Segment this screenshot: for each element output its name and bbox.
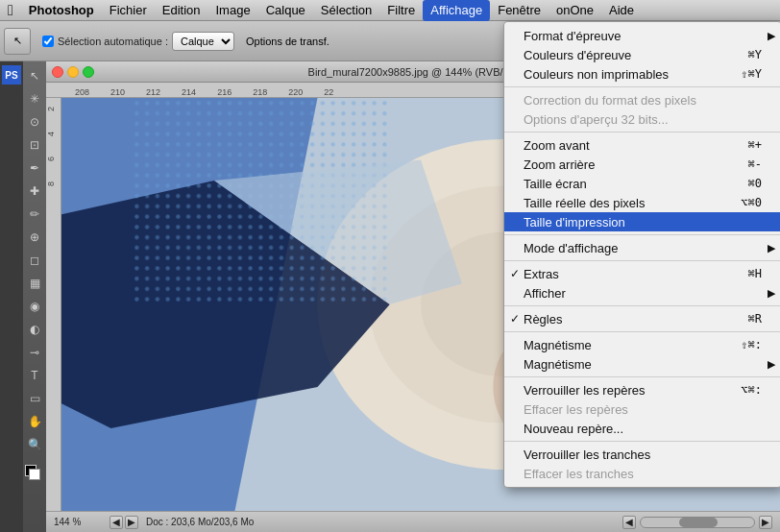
menu-item-taille-reelle[interactable]: Taille réelle des pixels⌥⌘0 <box>504 193 780 212</box>
maximize-button[interactable] <box>83 66 94 78</box>
tool-lasso[interactable]: ⊙ <box>24 111 45 133</box>
heal-icon: ✚ <box>30 184 39 198</box>
tool-zoom[interactable]: 🔍 <box>24 434 45 455</box>
tool-crop[interactable]: ⊡ <box>24 134 45 156</box>
ruler-mark: 218 <box>253 87 267 97</box>
ruler-mark: 220 <box>288 87 303 97</box>
next-page-button[interactable]: ▶ <box>125 516 138 529</box>
ruler-v-mark: 8 <box>46 177 61 186</box>
menu-item-label: Taille écran <box>524 177 587 191</box>
zoom-level: 144 % <box>54 517 102 527</box>
layer-type-select[interactable]: Calque <box>172 32 234 51</box>
menu-item-extras[interactable]: ✓Extras⌘H <box>504 264 780 283</box>
tool-heal[interactable]: ✚ <box>24 181 45 202</box>
canvas-title: Bird_mural7200x9885.jpg @ 144% (RVB/8#) <box>308 66 519 78</box>
prev-page-button[interactable]: ◀ <box>110 516 123 529</box>
menu-item-nouveau-repere[interactable]: Nouveau repère... <box>504 419 780 438</box>
menu-item-verrouiller-reperes[interactable]: Verrouiller les repères⌥⌘: <box>504 380 780 399</box>
menu-item-label: Mode d'affichage <box>524 241 618 255</box>
menu-item-magnetisme1[interactable]: Magnétisme⇧⌘: <box>504 335 780 354</box>
tool-eyedropper[interactable]: ✒ <box>24 157 45 179</box>
tool-path[interactable]: ⊸ <box>24 342 45 363</box>
menubar-photoshop[interactable]: Photoshop <box>21 0 102 21</box>
menu-item-shortcut: ⌘R <box>748 312 762 326</box>
menu-item-label: Verrouiller les repères <box>524 383 645 398</box>
selection-auto-group: Sélection automatique : Calque Options d… <box>42 32 329 51</box>
ruler-vertical: 2 4 6 8 <box>46 98 61 511</box>
tool-clone[interactable]: ⊕ <box>24 227 45 248</box>
menu-separator <box>504 305 780 306</box>
close-button[interactable] <box>52 66 63 78</box>
menu-item-magnetisme2[interactable]: Magnétisme▶ <box>504 354 780 374</box>
menu-item-options-apercu: Options d'aperçu 32 bits... <box>504 109 780 129</box>
menubar-edition[interactable]: Edition <box>155 0 208 21</box>
menu-separator <box>504 234 780 235</box>
menu-item-taille-ecran[interactable]: Taille écran⌘0 <box>504 174 780 193</box>
ruler-mark: 208 <box>75 87 89 97</box>
menubar-fenetre[interactable]: Fenêtre <box>490 0 548 21</box>
menu-item-shortcut: ⌘H <box>748 267 762 280</box>
menubar-filtre[interactable]: Filtre <box>379 0 423 21</box>
tool-text[interactable]: T <box>24 365 45 386</box>
menu-item-mode-affichage[interactable]: Mode d'affichage▶ <box>504 238 780 257</box>
menu-item-couleurs-non-imprimables[interactable]: Couleurs non imprimables⇧⌘Y <box>504 64 780 84</box>
selection-auto-label: Sélection automatique : <box>58 36 168 47</box>
zoom-icon: 🔍 <box>28 438 42 451</box>
ruler-v-mark: 2 <box>46 102 61 111</box>
ruler-mark: 216 <box>217 87 232 97</box>
menu-item-afficher[interactable]: Afficher▶ <box>504 283 780 302</box>
menubar-fichier[interactable]: Fichier <box>102 0 155 21</box>
selection-auto-checkbox[interactable] <box>42 36 54 47</box>
apple-menu[interactable]:  <box>0 0 21 21</box>
tool-shape[interactable]: ▭ <box>24 388 45 409</box>
tool-blur[interactable]: ◉ <box>24 296 45 317</box>
menu-item-label: Couleurs d'épreuve <box>524 48 631 62</box>
tool-hand[interactable]: ✋ <box>24 411 45 432</box>
eyedropper-icon: ✒ <box>30 161 39 175</box>
menu-separator <box>504 441 780 442</box>
menu-item-label: Effacer les repères <box>524 402 628 417</box>
text-icon: T <box>31 369 37 382</box>
menu-item-verrouiller-tranches[interactable]: Verrouiller les tranches <box>504 445 780 464</box>
ruler-mark: 210 <box>110 87 125 97</box>
tool-brush[interactable]: ✏ <box>24 204 45 225</box>
tool-magic-wand[interactable]: ✳ <box>24 88 45 109</box>
menu-item-format-epreuve[interactable]: Format d'épreuve▶ <box>504 26 780 45</box>
doc-info: Doc : 203,6 Mo/203,6 Mo <box>146 517 615 527</box>
submenu-arrow-icon: ▶ <box>768 358 775 371</box>
menu-item-label: Règles <box>524 312 562 326</box>
move-tool-button[interactable]: ↖ <box>4 28 31 55</box>
menu-item-shortcut: ⌥⌘: <box>741 383 762 397</box>
check-mark: ✓ <box>510 267 520 280</box>
menubar-onone[interactable]: onOne <box>548 0 601 21</box>
ruler-marks-h: 208 210 212 214 216 218 220 22 <box>75 87 333 97</box>
tool-eraser[interactable]: ◻ <box>24 250 45 271</box>
menubar-calque[interactable]: Calque <box>258 0 313 21</box>
menu-item-zoom-arriere[interactable]: Zoom arrière⌘- <box>504 155 780 174</box>
menu-item-label: Magnétisme <box>524 357 592 372</box>
menu-item-regles[interactable]: ✓Règles⌘R <box>504 309 780 328</box>
color-swatch-group[interactable] <box>25 465 44 480</box>
menu-item-taille-impression[interactable]: Taille d'impression <box>504 212 780 231</box>
menu-separator <box>504 260 780 261</box>
tool-dodge[interactable]: ◐ <box>24 319 45 340</box>
scroll-left-button[interactable]: ◀ <box>622 516 636 529</box>
menubar-selection[interactable]: Sélection <box>313 0 379 21</box>
menu-item-zoom-avant[interactable]: Zoom avant⌘+ <box>504 135 780 155</box>
status-nav-left: ◀ ▶ <box>110 516 138 529</box>
menubar-image[interactable]: Image <box>208 0 258 21</box>
menu-item-shortcut: ⇧⌘Y <box>741 67 762 81</box>
menu-item-couleurs-epreuve[interactable]: Couleurs d'épreuve⌘Y <box>504 45 780 64</box>
menu-item-label: Magnétisme <box>524 338 592 352</box>
scroll-right-button[interactable]: ▶ <box>759 516 772 529</box>
menubar-affichage[interactable]: Affichage <box>423 0 490 21</box>
tool-gradient[interactable]: ▦ <box>24 273 45 294</box>
menu-item-label: Nouveau repère... <box>524 422 623 436</box>
background-color[interactable] <box>29 469 40 480</box>
ps-sidebar: PS <box>0 61 23 532</box>
menubar-aide[interactable]: Aide <box>601 0 642 21</box>
horizontal-scrollbar[interactable] <box>640 517 755 528</box>
affichage-dropdown-menu: Format d'épreuve▶Couleurs d'épreuve⌘YCou… <box>503 21 780 488</box>
tool-selection[interactable]: ↖ <box>24 65 45 86</box>
minimize-button[interactable] <box>67 66 79 78</box>
